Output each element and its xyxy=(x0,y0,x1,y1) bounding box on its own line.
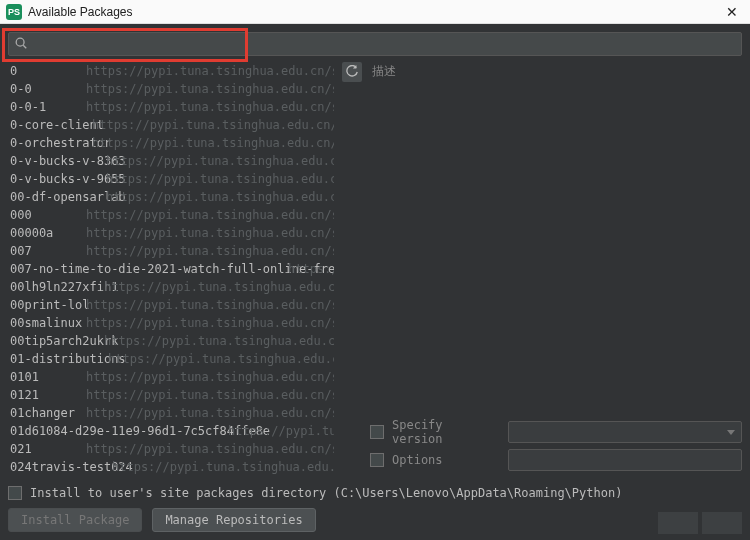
package-name: 0-core-client xyxy=(10,118,104,132)
package-repo: https://pypi.tuna.tsinghua.edu.cn/simple… xyxy=(108,350,334,368)
package-repo: https://pypi.tuna.tsinghua.edu.cn/simple… xyxy=(86,296,334,314)
window-body: 0https://pypi.tuna.tsinghua.edu.cn/simpl… xyxy=(0,24,750,540)
package-repo: https://pypi.tuna.tsinghua.edu.cn/simple… xyxy=(288,260,334,278)
package-name: 0101 xyxy=(10,370,39,384)
search-input[interactable] xyxy=(8,32,742,56)
package-name: 007 xyxy=(10,244,32,258)
package-repo: https://pypi.tuna.tsinghua.edu.cn/simple… xyxy=(228,422,334,440)
specify-version-combo[interactable] xyxy=(508,421,742,443)
package-name: 0-0-1 xyxy=(10,100,46,114)
package-repo: https://pypi.tuna.tsinghua.edu.cn/simple… xyxy=(86,62,334,80)
package-repo: https://pypi.tuna.tsinghua.edu.cn/simple… xyxy=(86,98,334,116)
package-repo: https://pypi.tuna.tsinghua.edu.cn/simple… xyxy=(86,242,334,260)
package-repo: https://pypi.tuna.tsinghua.edu.cn/simple… xyxy=(86,80,334,98)
package-row[interactable]: 00tip5arch2ukrkhttps://pypi.tuna.tsinghu… xyxy=(8,332,334,350)
svg-line-1 xyxy=(23,45,26,48)
options-checkbox[interactable] xyxy=(370,453,384,467)
options-input[interactable] xyxy=(508,449,742,471)
svg-point-0 xyxy=(16,38,24,46)
package-list-panel: 0https://pypi.tuna.tsinghua.edu.cn/simpl… xyxy=(8,62,334,478)
package-row[interactable]: 0-core-clienthttps://pypi.tuna.tsinghua.… xyxy=(8,116,334,134)
package-list[interactable]: 0https://pypi.tuna.tsinghua.edu.cn/simpl… xyxy=(8,62,334,478)
manage-repositories-button[interactable]: Manage Repositories xyxy=(152,508,315,532)
description-body xyxy=(370,80,742,412)
package-repo: https://pypi.tuna.tsinghua.edu.cn/simple… xyxy=(86,206,334,224)
package-row[interactable]: 007https://pypi.tuna.tsinghua.edu.cn/sim… xyxy=(8,242,334,260)
package-repo: https://pypi.tuna.tsinghua.edu.cn/simple… xyxy=(106,152,334,170)
package-row[interactable]: 01-distributionshttps://pypi.tuna.tsingh… xyxy=(8,350,334,368)
footer: Install to user's site packages director… xyxy=(0,478,750,540)
install-user-site-label: Install to user's site packages director… xyxy=(30,486,622,500)
package-row[interactable]: 0-0-1https://pypi.tuna.tsinghua.edu.cn/s… xyxy=(8,98,334,116)
reload-button[interactable] xyxy=(342,62,362,82)
package-repo: https://pypi.tuna.tsinghua.edu.cn/simple… xyxy=(86,368,334,386)
package-repo: https://pypi.tuna.tsinghua.edu.cn/simple… xyxy=(92,116,334,134)
package-name: 007-no-time-to-die-2021-watch-full-onlin… xyxy=(10,262,334,276)
package-name: 0121 xyxy=(10,388,39,402)
package-name: 00print-lol xyxy=(10,298,89,312)
reload-column xyxy=(342,62,362,478)
package-name: 000 xyxy=(10,208,32,222)
specify-version-label: Specify version xyxy=(392,418,500,446)
package-row[interactable]: 000https://pypi.tuna.tsinghua.edu.cn/sim… xyxy=(8,206,334,224)
window-title: Available Packages xyxy=(28,5,720,19)
package-row[interactable]: 0-0https://pypi.tuna.tsinghua.edu.cn/sim… xyxy=(8,80,334,98)
package-row[interactable]: 00lh9ln227xfih1https://pypi.tuna.tsinghu… xyxy=(8,278,334,296)
close-icon[interactable]: ✕ xyxy=(720,4,744,20)
package-row[interactable]: 01d61084-d29e-11e9-96d1-7c5cf84ffe8ehttp… xyxy=(8,422,334,440)
package-name: 0-0 xyxy=(10,82,32,96)
package-row[interactable]: 01changerhttps://pypi.tuna.tsinghua.edu.… xyxy=(8,404,334,422)
package-row[interactable]: 00-df-opensarlabhttps://pypi.tuna.tsingh… xyxy=(8,188,334,206)
package-row[interactable]: 0-orchestratorhttps://pypi.tuna.tsinghua… xyxy=(8,134,334,152)
package-repo: https://pypi.tuna.tsinghua.edu.cn/simple… xyxy=(86,404,334,422)
main-split: 0https://pypi.tuna.tsinghua.edu.cn/simpl… xyxy=(0,62,750,478)
options-label: Options xyxy=(392,453,500,467)
package-name: 021 xyxy=(10,442,32,456)
search-row xyxy=(0,24,750,62)
package-row[interactable]: 0-v-bucks-v-9655https://pypi.tuna.tsingh… xyxy=(8,170,334,188)
package-repo: https://pypi.tuna.tsinghua.edu.cn/simple… xyxy=(86,386,334,404)
package-name: 00smalinux xyxy=(10,316,82,330)
package-row[interactable]: 007-no-time-to-die-2021-watch-full-onlin… xyxy=(8,260,334,278)
package-repo: https://pypi.tuna.tsinghua.edu.cn/simple… xyxy=(106,170,334,188)
package-row[interactable]: 00print-lolhttps://pypi.tuna.tsinghua.ed… xyxy=(8,296,334,314)
titlebar: PS Available Packages ✕ xyxy=(0,0,750,24)
package-repo: https://pypi.tuna.tsinghua.edu.cn/simple… xyxy=(104,332,334,350)
package-name: 00tip5arch2ukrk xyxy=(10,334,118,348)
package-row[interactable]: 0-v-bucks-v-8363https://pypi.tuna.tsingh… xyxy=(8,152,334,170)
specify-version-checkbox[interactable] xyxy=(370,425,384,439)
package-repo: https://pypi.tuna.tsinghua.edu.cn/simple… xyxy=(104,278,334,296)
refresh-icon xyxy=(345,65,359,79)
package-row[interactable]: 0121https://pypi.tuna.tsinghua.edu.cn/si… xyxy=(8,386,334,404)
search-icon xyxy=(14,36,28,50)
package-row[interactable]: 00smalinuxhttps://pypi.tuna.tsinghua.edu… xyxy=(8,314,334,332)
package-repo: https://pypi.tuna.tsinghua.edu.cn/simple… xyxy=(86,440,334,458)
version-options-panel: Specify version Options xyxy=(370,412,742,478)
package-name: 0 xyxy=(10,64,17,78)
package-name: 00000a xyxy=(10,226,53,240)
package-row[interactable]: 021https://pypi.tuna.tsinghua.edu.cn/sim… xyxy=(8,440,334,458)
install-package-button[interactable]: Install Package xyxy=(8,508,142,532)
install-user-site-checkbox[interactable] xyxy=(8,486,22,500)
app-icon: PS xyxy=(6,4,22,20)
package-name: 01changer xyxy=(10,406,75,420)
package-repo: https://pypi.tuna.tsinghua.edu.cn/simple… xyxy=(106,188,334,206)
package-repo: https://pypi.tuna.tsinghua.edu.cn/simple… xyxy=(86,224,334,242)
package-row[interactable]: 0https://pypi.tuna.tsinghua.edu.cn/simpl… xyxy=(8,62,334,80)
resize-grip xyxy=(658,512,742,534)
package-repo: https://pypi.tuna.tsinghua.edu.cn/simple… xyxy=(86,314,334,332)
package-row[interactable]: 00000ahttps://pypi.tuna.tsinghua.edu.cn/… xyxy=(8,224,334,242)
package-repo: https://pypi.tuna.tsinghua.edu.cn/simple… xyxy=(92,134,334,152)
package-row[interactable]: 024travis-test024https://pypi.tuna.tsing… xyxy=(8,458,334,476)
package-row[interactable]: 0101https://pypi.tuna.tsinghua.edu.cn/si… xyxy=(8,368,334,386)
package-repo: https://pypi.tuna.tsinghua.edu.cn/simple… xyxy=(112,458,334,476)
description-header: 描述 xyxy=(370,62,742,80)
package-name: 00lh9ln227xfih1 xyxy=(10,280,118,294)
description-panel: 描述 Specify version Options xyxy=(370,62,742,478)
